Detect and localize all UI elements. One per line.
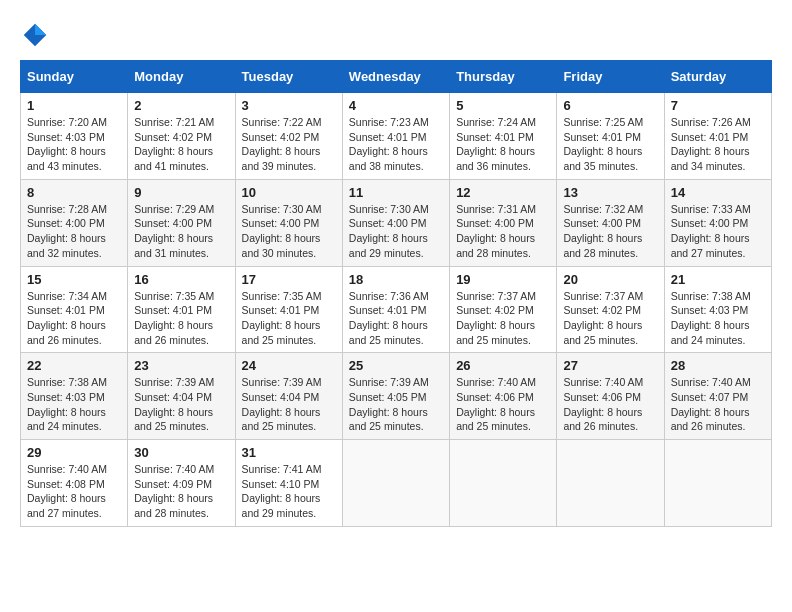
- calendar-cell: 15Sunrise: 7:34 AMSunset: 4:01 PMDayligh…: [21, 266, 128, 353]
- day-info: Sunrise: 7:23 AMSunset: 4:01 PMDaylight:…: [349, 116, 429, 172]
- day-number: 10: [242, 185, 336, 200]
- calendar-cell: 13Sunrise: 7:32 AMSunset: 4:00 PMDayligh…: [557, 179, 664, 266]
- day-info: Sunrise: 7:39 AMSunset: 4:04 PMDaylight:…: [242, 376, 322, 432]
- day-info: Sunrise: 7:26 AMSunset: 4:01 PMDaylight:…: [671, 116, 751, 172]
- weekday-header: Wednesday: [342, 61, 449, 93]
- day-info: Sunrise: 7:37 AMSunset: 4:02 PMDaylight:…: [456, 290, 536, 346]
- calendar-cell: 30Sunrise: 7:40 AMSunset: 4:09 PMDayligh…: [128, 440, 235, 527]
- day-info: Sunrise: 7:28 AMSunset: 4:00 PMDaylight:…: [27, 203, 107, 259]
- day-number: 2: [134, 98, 228, 113]
- day-number: 15: [27, 272, 121, 287]
- calendar-cell: 7Sunrise: 7:26 AMSunset: 4:01 PMDaylight…: [664, 93, 771, 180]
- day-number: 30: [134, 445, 228, 460]
- calendar-cell: 12Sunrise: 7:31 AMSunset: 4:00 PMDayligh…: [450, 179, 557, 266]
- day-number: 6: [563, 98, 657, 113]
- day-number: 23: [134, 358, 228, 373]
- day-number: 31: [242, 445, 336, 460]
- day-info: Sunrise: 7:31 AMSunset: 4:00 PMDaylight:…: [456, 203, 536, 259]
- day-number: 21: [671, 272, 765, 287]
- calendar-cell: 22Sunrise: 7:38 AMSunset: 4:03 PMDayligh…: [21, 353, 128, 440]
- day-number: 7: [671, 98, 765, 113]
- day-number: 5: [456, 98, 550, 113]
- calendar-cell: 6Sunrise: 7:25 AMSunset: 4:01 PMDaylight…: [557, 93, 664, 180]
- day-info: Sunrise: 7:20 AMSunset: 4:03 PMDaylight:…: [27, 116, 107, 172]
- calendar-cell: 29Sunrise: 7:40 AMSunset: 4:08 PMDayligh…: [21, 440, 128, 527]
- day-number: 13: [563, 185, 657, 200]
- calendar-cell: 2Sunrise: 7:21 AMSunset: 4:02 PMDaylight…: [128, 93, 235, 180]
- day-number: 1: [27, 98, 121, 113]
- day-number: 12: [456, 185, 550, 200]
- day-info: Sunrise: 7:40 AMSunset: 4:07 PMDaylight:…: [671, 376, 751, 432]
- day-number: 20: [563, 272, 657, 287]
- weekday-header: Thursday: [450, 61, 557, 93]
- calendar-week-row: 15Sunrise: 7:34 AMSunset: 4:01 PMDayligh…: [21, 266, 772, 353]
- day-number: 4: [349, 98, 443, 113]
- calendar-cell: 21Sunrise: 7:38 AMSunset: 4:03 PMDayligh…: [664, 266, 771, 353]
- day-number: 22: [27, 358, 121, 373]
- day-info: Sunrise: 7:38 AMSunset: 4:03 PMDaylight:…: [671, 290, 751, 346]
- calendar-cell: 18Sunrise: 7:36 AMSunset: 4:01 PMDayligh…: [342, 266, 449, 353]
- day-number: 11: [349, 185, 443, 200]
- day-info: Sunrise: 7:40 AMSunset: 4:09 PMDaylight:…: [134, 463, 214, 519]
- day-info: Sunrise: 7:40 AMSunset: 4:06 PMDaylight:…: [456, 376, 536, 432]
- calendar-cell: 5Sunrise: 7:24 AMSunset: 4:01 PMDaylight…: [450, 93, 557, 180]
- calendar-cell: [664, 440, 771, 527]
- logo: [20, 20, 54, 50]
- calendar-cell: 20Sunrise: 7:37 AMSunset: 4:02 PMDayligh…: [557, 266, 664, 353]
- calendar-cell: 23Sunrise: 7:39 AMSunset: 4:04 PMDayligh…: [128, 353, 235, 440]
- calendar-cell: 1Sunrise: 7:20 AMSunset: 4:03 PMDaylight…: [21, 93, 128, 180]
- day-info: Sunrise: 7:39 AMSunset: 4:04 PMDaylight:…: [134, 376, 214, 432]
- calendar-cell: 17Sunrise: 7:35 AMSunset: 4:01 PMDayligh…: [235, 266, 342, 353]
- weekday-header-row: SundayMondayTuesdayWednesdayThursdayFrid…: [21, 61, 772, 93]
- day-info: Sunrise: 7:35 AMSunset: 4:01 PMDaylight:…: [134, 290, 214, 346]
- calendar-cell: 14Sunrise: 7:33 AMSunset: 4:00 PMDayligh…: [664, 179, 771, 266]
- day-info: Sunrise: 7:37 AMSunset: 4:02 PMDaylight:…: [563, 290, 643, 346]
- calendar-table: SundayMondayTuesdayWednesdayThursdayFrid…: [20, 60, 772, 527]
- svg-marker-1: [35, 24, 46, 35]
- day-info: Sunrise: 7:30 AMSunset: 4:00 PMDaylight:…: [349, 203, 429, 259]
- day-info: Sunrise: 7:39 AMSunset: 4:05 PMDaylight:…: [349, 376, 429, 432]
- calendar-cell: 11Sunrise: 7:30 AMSunset: 4:00 PMDayligh…: [342, 179, 449, 266]
- calendar-cell: 16Sunrise: 7:35 AMSunset: 4:01 PMDayligh…: [128, 266, 235, 353]
- calendar-cell: 26Sunrise: 7:40 AMSunset: 4:06 PMDayligh…: [450, 353, 557, 440]
- day-number: 16: [134, 272, 228, 287]
- day-info: Sunrise: 7:41 AMSunset: 4:10 PMDaylight:…: [242, 463, 322, 519]
- calendar-week-row: 22Sunrise: 7:38 AMSunset: 4:03 PMDayligh…: [21, 353, 772, 440]
- day-number: 3: [242, 98, 336, 113]
- day-info: Sunrise: 7:33 AMSunset: 4:00 PMDaylight:…: [671, 203, 751, 259]
- day-number: 24: [242, 358, 336, 373]
- day-info: Sunrise: 7:30 AMSunset: 4:00 PMDaylight:…: [242, 203, 322, 259]
- calendar-cell: [557, 440, 664, 527]
- day-number: 17: [242, 272, 336, 287]
- day-info: Sunrise: 7:34 AMSunset: 4:01 PMDaylight:…: [27, 290, 107, 346]
- calendar-cell: 25Sunrise: 7:39 AMSunset: 4:05 PMDayligh…: [342, 353, 449, 440]
- weekday-header: Saturday: [664, 61, 771, 93]
- day-info: Sunrise: 7:24 AMSunset: 4:01 PMDaylight:…: [456, 116, 536, 172]
- day-number: 29: [27, 445, 121, 460]
- day-info: Sunrise: 7:35 AMSunset: 4:01 PMDaylight:…: [242, 290, 322, 346]
- weekday-header: Monday: [128, 61, 235, 93]
- calendar-cell: 28Sunrise: 7:40 AMSunset: 4:07 PMDayligh…: [664, 353, 771, 440]
- day-info: Sunrise: 7:29 AMSunset: 4:00 PMDaylight:…: [134, 203, 214, 259]
- weekday-header: Sunday: [21, 61, 128, 93]
- calendar-cell: 3Sunrise: 7:22 AMSunset: 4:02 PMDaylight…: [235, 93, 342, 180]
- logo-icon: [20, 20, 50, 50]
- day-number: 9: [134, 185, 228, 200]
- page-header: [20, 20, 772, 50]
- calendar-cell: 19Sunrise: 7:37 AMSunset: 4:02 PMDayligh…: [450, 266, 557, 353]
- day-info: Sunrise: 7:22 AMSunset: 4:02 PMDaylight:…: [242, 116, 322, 172]
- calendar-cell: 4Sunrise: 7:23 AMSunset: 4:01 PMDaylight…: [342, 93, 449, 180]
- day-number: 14: [671, 185, 765, 200]
- weekday-header: Friday: [557, 61, 664, 93]
- day-info: Sunrise: 7:32 AMSunset: 4:00 PMDaylight:…: [563, 203, 643, 259]
- day-number: 26: [456, 358, 550, 373]
- calendar-cell: [450, 440, 557, 527]
- day-number: 8: [27, 185, 121, 200]
- day-number: 19: [456, 272, 550, 287]
- calendar-cell: 24Sunrise: 7:39 AMSunset: 4:04 PMDayligh…: [235, 353, 342, 440]
- calendar-cell: 31Sunrise: 7:41 AMSunset: 4:10 PMDayligh…: [235, 440, 342, 527]
- weekday-header: Tuesday: [235, 61, 342, 93]
- day-info: Sunrise: 7:38 AMSunset: 4:03 PMDaylight:…: [27, 376, 107, 432]
- day-number: 25: [349, 358, 443, 373]
- calendar-week-row: 29Sunrise: 7:40 AMSunset: 4:08 PMDayligh…: [21, 440, 772, 527]
